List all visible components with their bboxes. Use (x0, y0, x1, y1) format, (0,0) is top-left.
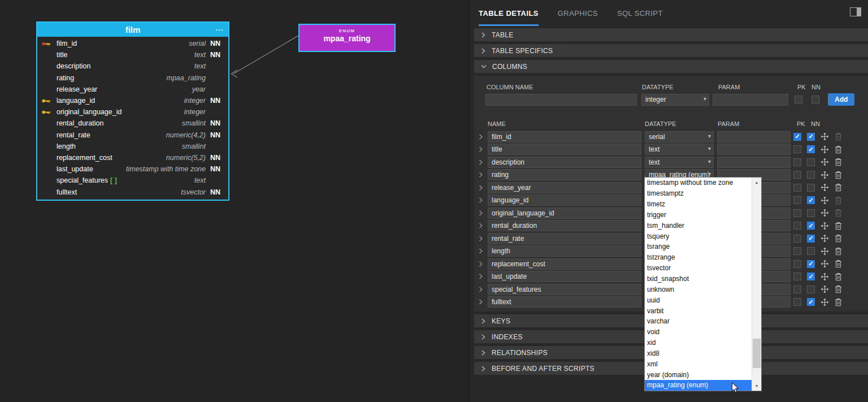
column-name-input[interactable] (488, 194, 641, 206)
column-name-input[interactable] (488, 220, 641, 231)
nn-checkbox[interactable] (807, 247, 815, 255)
delete-row-icon[interactable] (831, 273, 845, 281)
dropdown-option[interactable]: void (645, 327, 752, 338)
row-expand-icon[interactable] (479, 146, 488, 152)
nn-checkbox[interactable] (807, 235, 815, 243)
nn-checkbox[interactable] (807, 158, 815, 166)
row-expand-icon[interactable] (479, 248, 488, 254)
row-expand-icon[interactable] (479, 287, 488, 292)
dropdown-scrollbar[interactable]: ▲ ▼ (752, 178, 761, 391)
dropdown-option[interactable]: tstzrange (645, 252, 752, 263)
new-column-datatype-select[interactable]: integer (641, 94, 709, 106)
move-row-icon[interactable] (818, 260, 831, 268)
entity-column-row[interactable]: release_year year (37, 84, 228, 95)
entity-column-row[interactable]: last_update timestamp with time zone NN (37, 163, 228, 175)
nn-checkbox[interactable] (807, 286, 815, 293)
nn-checkbox[interactable] (807, 171, 815, 179)
column-name-input[interactable] (488, 296, 641, 308)
pk-checkbox[interactable] (793, 222, 801, 230)
column-datatype-select[interactable]: text (645, 157, 714, 168)
delete-row-icon[interactable] (831, 183, 845, 192)
tab-table-details[interactable]: TABLE DETAILS (479, 0, 539, 26)
column-name-input[interactable] (488, 169, 641, 180)
entity-column-row[interactable]: replacement_cost numeric(5,2) NN (37, 152, 228, 163)
nn-checkbox[interactable] (807, 133, 815, 141)
pk-checkbox[interactable] (793, 235, 801, 243)
nn-checkbox[interactable] (807, 145, 815, 153)
pk-checkbox[interactable] (793, 196, 801, 204)
row-expand-icon[interactable] (479, 172, 488, 178)
dropdown-option[interactable]: xid (645, 338, 752, 348)
column-name-input[interactable] (488, 131, 641, 142)
pk-checkbox[interactable] (793, 209, 801, 217)
panel-layout-icon[interactable] (850, 7, 861, 16)
dropdown-option[interactable]: tsvector (645, 263, 752, 274)
row-expand-icon[interactable] (479, 274, 488, 279)
row-expand-icon[interactable] (479, 261, 488, 267)
pk-checkbox[interactable] (793, 145, 801, 153)
dropdown-option[interactable]: varbit (645, 305, 752, 316)
dropdown-option[interactable]: varchar (645, 316, 752, 327)
scroll-up-icon[interactable]: ▲ (752, 178, 761, 187)
row-expand-icon[interactable] (479, 223, 488, 228)
column-name-input[interactable] (488, 208, 641, 219)
delete-row-icon[interactable] (831, 234, 845, 243)
dropdown-option[interactable]: xid8 (645, 348, 752, 359)
dropdown-option[interactable]: timestamp without time zone (645, 178, 752, 188)
tab-graphics[interactable]: GRAPHICS (558, 0, 598, 26)
entity-column-row[interactable]: language_id integer NN (37, 95, 228, 106)
move-row-icon[interactable] (818, 285, 831, 293)
pk-checkbox[interactable] (793, 184, 801, 192)
entity-column-row[interactable]: film_id serial NN (37, 38, 228, 49)
nn-checkbox[interactable] (807, 196, 815, 204)
delete-row-icon[interactable] (831, 209, 845, 217)
dropdown-option[interactable]: tsrange (645, 241, 752, 252)
dropdown-option[interactable]: timestamptz (645, 188, 752, 199)
move-row-icon[interactable] (818, 183, 831, 192)
move-row-icon[interactable] (818, 171, 831, 179)
nn-checkbox[interactable] (807, 184, 815, 192)
pk-checkbox[interactable] (793, 133, 801, 141)
move-row-icon[interactable] (818, 196, 831, 205)
row-expand-icon[interactable] (479, 197, 488, 203)
column-name-input[interactable] (488, 258, 641, 270)
move-row-icon[interactable] (818, 298, 831, 306)
column-name-input[interactable] (488, 284, 641, 295)
pk-checkbox[interactable] (793, 158, 801, 166)
nn-checkbox[interactable] (807, 273, 815, 280)
column-name-input[interactable] (488, 157, 641, 168)
dropdown-option[interactable]: tsm_handler (645, 220, 752, 231)
dropdown-option[interactable]: year (domain) (645, 369, 752, 380)
column-param-input[interactable] (717, 157, 791, 168)
delete-row-icon[interactable] (831, 285, 845, 293)
new-column-name-input[interactable] (485, 94, 637, 106)
delete-row-icon[interactable] (831, 222, 845, 230)
move-row-icon[interactable] (818, 145, 831, 154)
row-expand-icon[interactable] (479, 299, 488, 305)
section-table-specifics[interactable]: TABLE SPECIFICS (474, 44, 868, 57)
section-table[interactable]: TABLE (474, 28, 868, 41)
move-row-icon[interactable] (818, 209, 831, 217)
delete-row-icon[interactable] (831, 196, 845, 205)
pk-checkbox[interactable] (793, 286, 801, 293)
move-row-icon[interactable] (818, 234, 831, 243)
nn-checkbox[interactable] (807, 222, 815, 230)
column-name-input[interactable] (488, 245, 641, 257)
new-column-pk-checkbox[interactable] (795, 96, 802, 103)
delete-row-icon[interactable] (831, 171, 845, 179)
dropdown-option[interactable]: txid_snapshot (645, 274, 752, 284)
entity-menu-icon[interactable]: ... (215, 21, 223, 35)
column-param-input[interactable] (717, 144, 791, 155)
column-datatype-select[interactable]: serial (645, 131, 714, 142)
delete-row-icon[interactable] (831, 158, 845, 166)
row-expand-icon[interactable] (479, 236, 488, 241)
dropdown-option[interactable]: timetz (645, 199, 752, 210)
table-entity-film[interactable]: film ... film_id serial NN title text NN (36, 21, 229, 201)
row-expand-icon[interactable] (479, 210, 488, 216)
section-columns[interactable]: COLUMNS (474, 60, 868, 73)
scroll-down-icon[interactable]: ▼ (752, 381, 761, 391)
delete-row-icon[interactable] (831, 132, 845, 141)
entity-column-row[interactable]: rental_duration smallint NN (37, 118, 228, 129)
nn-checkbox[interactable] (807, 209, 815, 217)
column-name-input[interactable] (488, 271, 641, 282)
